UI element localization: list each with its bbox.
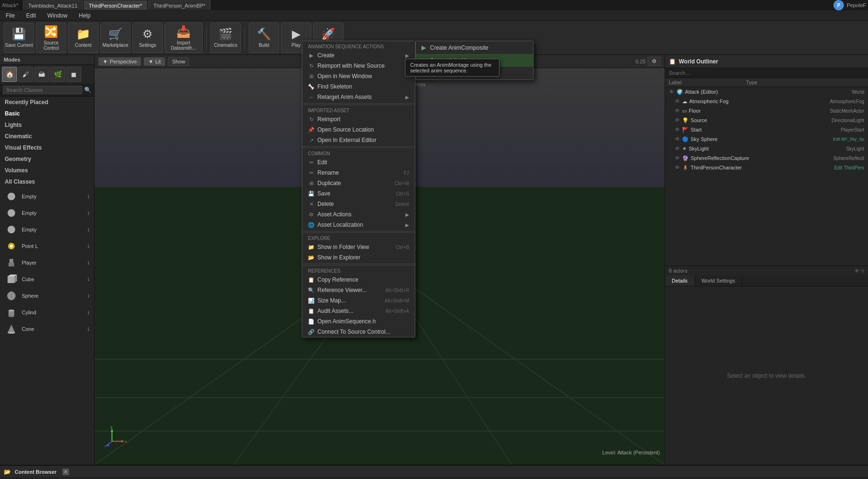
obj-info-4[interactable]: ℹ [88,244,89,249]
obj-empty-3[interactable]: Empty ℹ [2,222,92,238]
obj-pointlight[interactable]: Point L ℹ [2,238,92,254]
tab-thirdperson-animbp[interactable]: ThirdPerson_AnimBP* [148,0,210,10]
category-volumes[interactable]: Volumes [0,165,94,176]
toolbar-import[interactable]: 📥 Import Datasmith... [165,23,202,53]
obj-cylinder[interactable]: Cylind ℹ [2,304,92,320]
category-recently-placed[interactable]: Recently Placed [0,97,94,108]
eye-icon-6[interactable]: 👁 [675,145,680,152]
category-geometry[interactable]: Geometry [0,153,94,165]
obj-info-7[interactable]: ℹ [88,293,89,299]
eye-icon-0[interactable]: 👁 [669,89,675,95]
obj-empty-2[interactable]: Empty ℹ [2,205,92,221]
cm-show-explorer[interactable]: 📂 Show in Explorer [302,252,415,263]
obj-cone[interactable]: Cone ℹ [2,321,92,337]
lit-btn[interactable]: ▼ Lit [144,57,165,66]
cm-open-source-loc[interactable]: 📌 Open Source Location [302,124,415,135]
outliner-item-skysphere[interactable]: 👁 🔵 Sky Sphere Edit BP_Sky_Sp [665,134,868,144]
toolbar-build[interactable]: 🔨 Build [249,23,279,53]
menu-window[interactable]: Window [45,11,70,20]
obj-info-1[interactable]: ℹ [88,194,89,199]
cm-delete[interactable]: ✕ Delete Delete [302,199,415,209]
mode-btn-paint[interactable]: 🖌 [18,67,33,82]
eye-icon-1[interactable]: 👁 [675,98,680,105]
cm-connect-source[interactable]: 🔗 Connect To Source Control... [302,327,415,337]
obj-info-2[interactable]: ℹ [88,211,89,216]
obj-info-9[interactable]: ℹ [88,327,89,332]
cm-reference-viewer[interactable]: 🔍 Reference Viewer... Alt+Shift+R [302,285,415,295]
outliner-item-attack-editor[interactable]: 👁 🌍 Attack (Editor) World [665,87,868,97]
category-all-classes[interactable]: All Classes [0,176,94,187]
mode-btn-geometry[interactable]: ◼ [66,67,81,82]
outliner-item-skylight[interactable]: 👁 ☀ SkyLight SkyLight [665,144,868,153]
toolbar-save[interactable]: 💾 Save Current [4,23,34,53]
cm-open-animsequence[interactable]: 📄 Open AnimSequence.h [302,316,415,327]
toolbar-settings[interactable]: ⚙ Settings [132,23,163,53]
menu-edit[interactable]: Edit [24,11,38,20]
sm-create-animcomposite[interactable]: ▶ Create AnimComposite [416,41,533,54]
cm-show-folder[interactable]: 📁 Show in Folder View Ctrl+B [302,242,415,252]
cm-edit[interactable]: ✏ Edit [302,157,415,168]
cm-find-skeleton[interactable]: 🦴 Find Skeleton [302,81,415,92]
show-btn[interactable]: Show [168,57,190,66]
cm-open-new-window[interactable]: ⊞ Open in New Window [302,71,415,81]
cm-open-external[interactable]: ↗ Open In External Editor [302,135,415,145]
mode-btn-foliage[interactable]: 🌿 [50,67,65,82]
tab-twinblades[interactable]: Twinblades_Attack11 [23,0,83,10]
obj-info-5[interactable]: ℹ [88,260,89,266]
cb-close-btn[interactable]: ✕ [62,469,69,475]
obj-empty-1[interactable]: Empty ℹ [2,188,92,204]
obj-info-3[interactable]: ℹ [88,227,89,232]
cm-duplicate[interactable]: ⊞ Duplicate Ctrl+W [302,178,415,188]
mode-btn-landscape[interactable]: 🏔 [34,67,49,82]
mode-btn-placement[interactable]: 🏠 [2,67,17,82]
cm-copy-reference[interactable]: 📋 Copy Reference [302,275,415,285]
cm-create[interactable]: ▶ Create ▶ [302,50,415,61]
category-cinematic[interactable]: Cinematic [0,131,94,142]
cm-rename[interactable]: ✏ Rename F2 [302,168,415,178]
perspective-btn[interactable]: ▼ Perspective [98,57,141,66]
category-visual-effects[interactable]: Visual Effects [0,142,94,153]
obj-cube[interactable]: Cube ℹ [2,271,92,287]
tab-thirdpersoncharacter[interactable]: ThirdPersonCharacter* [84,0,148,10]
toolbar-cinematics[interactable]: 🎬 Cinematics [210,23,241,53]
cm-reimport[interactable]: ↻ Reimport [302,114,415,124]
toolbar-source-control[interactable]: 🔀 Source Control [36,23,66,53]
outliner-item-start[interactable]: 👁 🚩 Start PlayerStart [665,125,868,134]
menu-help[interactable]: Help [77,11,93,20]
cm-audit-assets[interactable]: 📋 Audit Assets... Alt+Shift+A [302,306,415,316]
eye-icon-5[interactable]: 👁 [675,136,680,142]
tab-details[interactable]: Details [665,275,695,286]
outliner-item-floor[interactable]: 👁 ▭ Floor StaticMeshActor [665,106,868,115]
cm-reimport-new[interactable]: ↻ Reimport with New Source [302,61,415,71]
tab-world-settings[interactable]: World Settings [695,275,742,286]
category-basic[interactable]: Basic [0,108,94,119]
obj-player[interactable]: Player ℹ [2,255,92,271]
eye-icon-4[interactable]: 👁 [675,126,680,133]
outliner-item-sphere-reflection[interactable]: 👁 🔮 SphereReflectionCapture SphereReflec… [665,153,868,163]
cm-asset-localization[interactable]: 🌐 Asset Localization ▶ [302,220,415,230]
cm-retarget[interactable]: ↔ Retarget Anim Assets ▶ [302,92,415,102]
obj-info-6[interactable]: ℹ [88,277,89,282]
cm-save[interactable]: 💾 Save Ctrl+S [302,188,415,199]
category-lights[interactable]: Lights [0,119,94,131]
eye-icon-7[interactable]: 👁 [675,155,680,161]
cb-icon: 📂 [4,469,11,475]
view-options-icon[interactable]: 👁 V [854,268,864,274]
cb-header: 📂 Content Browser ✕ [0,466,868,478]
search-classes-input[interactable] [3,86,82,94]
outliner-item-thirdpersonchar[interactable]: 👁 🧍 ThirdPersonCharacter Edit ThirdPers [665,163,868,172]
toolbar-content[interactable]: 📁 Content [68,23,98,53]
toolbar-marketplace[interactable]: 🛒 Marketplace [100,23,131,53]
outliner-item-source[interactable]: 👁 💡 Source DirectionalLight [665,115,868,125]
eye-icon-3[interactable]: 👁 [675,117,680,124]
viewport-options-btn[interactable]: ⚙ [648,57,661,66]
cm-asset-actions[interactable]: ⚙ Asset Actions ▶ [302,209,415,220]
cm-size-map[interactable]: 📊 Size Map... Alt+Shift+M [302,295,415,306]
eye-icon-2[interactable]: 👁 [675,107,680,114]
obj-info-8[interactable]: ℹ [88,310,89,315]
obj-sphere[interactable]: Sphere ℹ [2,288,92,304]
menu-file[interactable]: File [4,11,17,20]
eye-icon-8[interactable]: 👁 [675,164,680,171]
outliner-search-input[interactable] [665,68,868,78]
outliner-item-atmo[interactable]: 👁 ☁ Atmospheric Fog AtmosphericFog [665,97,868,106]
